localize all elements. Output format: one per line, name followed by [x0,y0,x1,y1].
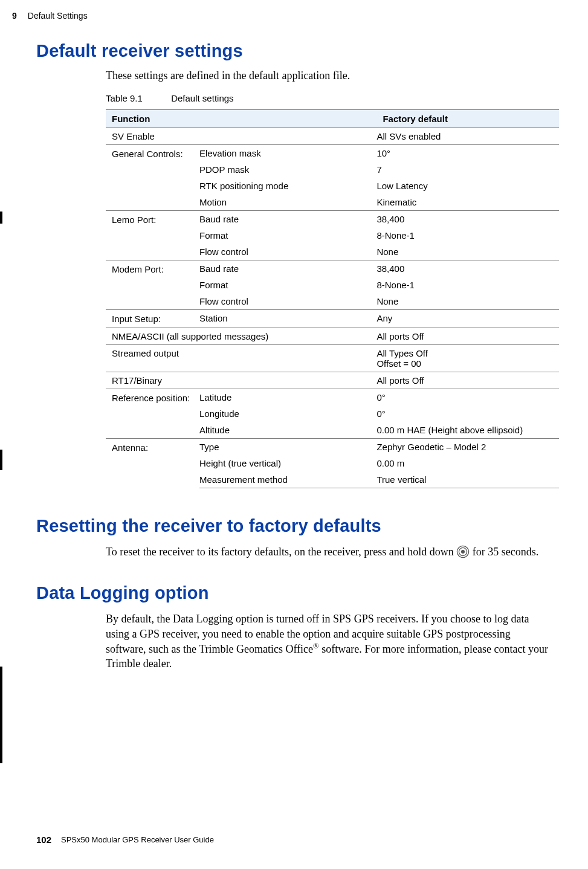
cell-function: NMEA/ASCII (all supported messages) [106,328,376,345]
group-label: Reference position: [106,389,199,439]
heading-default-receiver-settings: Default receiver settings [36,41,552,61]
group-label: Input Setup: [106,310,199,328]
cell-function: Format [199,277,376,293]
cell-function: Latitude [199,389,376,406]
group-label: Lemo Port: [106,211,199,260]
svg-point-2 [462,551,465,554]
table-row: RT17/Binary All ports Off [106,372,559,389]
table-caption: Table 9.1 Default settings [106,93,552,103]
cell-default-line: All Types Off [376,348,428,358]
table-row: Input Setup: Station Any [106,310,559,328]
cell-function: Measurement method [199,471,376,488]
cell-function: PDOP mask [199,161,376,178]
table-row: General Controls: Elevation mask 10° [106,145,559,162]
default-settings-table: Function Factory default SV Enable All S… [106,109,559,488]
table-row: SV Enable All SVs enabled [106,128,559,145]
change-bar [0,667,2,763]
table-row: Streamed output All Types Off Offset = 0… [106,345,559,372]
running-header: 9 Default Settings [12,11,552,21]
text-run: To reset the receiver to its factory def… [106,546,456,558]
group-label: General Controls: [106,145,199,211]
cell-default: 38,400 [376,260,559,277]
cell-default: 0.00 m HAE (Height above ellipsoid) [376,422,559,439]
page-number: 102 [36,835,51,845]
cell-default: None [376,293,559,310]
cell-function: Motion [199,194,376,211]
chapter-title: Default Settings [28,11,88,21]
power-button-icon [456,545,470,558]
table-row: Antenna: Type Zephyr Geodetic – Model 2 [106,439,559,456]
table-row: Modem Port: Baud rate 38,400 [106,260,559,277]
cell-function: Baud rate [199,260,376,277]
cell-default: 38,400 [376,211,559,228]
group-label: Antenna: [106,439,199,488]
col-function: Function [106,110,376,128]
table-row: Reference position: Latitude 0° [106,389,559,406]
table-header-row: Function Factory default [106,110,559,128]
cell-function: Flow control [199,244,376,260]
cell-default: 8-None-1 [376,277,559,293]
cell-function: Station [199,310,376,328]
registered-mark: ® [313,642,319,650]
section2-body: To reset the receiver to its factory def… [106,544,552,559]
heading-reset-factory-defaults: Resetting the receiver to factory defaul… [36,516,552,536]
cell-default: 7 [376,161,559,178]
cell-default: Zephyr Geodetic – Model 2 [376,439,559,456]
table-number: Table 9.1 [106,93,169,103]
change-bar [0,212,2,224]
cell-function: Longitude [199,405,376,422]
cell-default: 8-None-1 [376,227,559,244]
cell-default: Any [376,310,559,328]
cell-function: Flow control [199,293,376,310]
cell-default: All ports Off [376,328,559,345]
col-default: Factory default [376,110,559,128]
cell-default: All SVs enabled [376,128,559,145]
section3-body: By default, the Data Logging option is t… [106,612,552,671]
cell-default-line: Offset = 00 [376,358,421,369]
table-title: Default settings [171,93,233,103]
cell-function: RT17/Binary [106,372,376,389]
cell-default: True vertical [376,471,559,488]
cell-function: Type [199,439,376,456]
heading-data-logging-option: Data Logging option [36,583,552,603]
table-row: Lemo Port: Baud rate 38,400 [106,211,559,228]
chapter-number: 9 [12,11,17,21]
cell-default: None [376,244,559,260]
cell-default: 0.00 m [376,455,559,471]
cell-default: All ports Off [376,372,559,389]
cell-function: Altitude [199,422,376,439]
cell-function: Baud rate [199,211,376,228]
cell-function: Format [199,227,376,244]
cell-function: RTK positioning mode [199,178,376,194]
cell-default: 0° [376,405,559,422]
group-label: Modem Port: [106,260,199,310]
change-bar [0,450,2,470]
cell-function: Elevation mask [199,145,376,162]
section1-intro: These settings are defined in the defaul… [106,69,552,82]
cell-default: Low Latency [376,178,559,194]
table-row: NMEA/ASCII (all supported messages) All … [106,328,559,345]
text-run: for 35 seconds. [473,546,538,558]
book-title: SPSx50 Modular GPS Receiver User Guide [61,835,214,844]
cell-default: Kinematic [376,194,559,211]
cell-default: 10° [376,145,559,162]
cell-function: SV Enable [106,128,376,145]
cell-function: Streamed output [106,345,376,372]
cell-function: Height (true vertical) [199,455,376,471]
cell-default: 0° [376,389,559,406]
page-footer: 102 SPSx50 Modular GPS Receiver User Gui… [36,835,214,845]
cell-default: All Types Off Offset = 00 [376,345,559,372]
